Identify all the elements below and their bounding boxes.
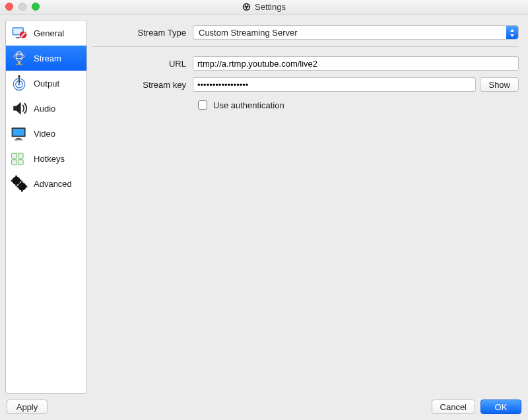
apply-button[interactable]: Apply bbox=[7, 400, 48, 414]
dialog-footer: Apply Cancel OK bbox=[0, 394, 528, 420]
sidebar-item-stream[interactable]: Stream bbox=[6, 46, 86, 71]
svg-point-19 bbox=[18, 75, 20, 78]
svg-rect-21 bbox=[13, 129, 24, 136]
cancel-button[interactable]: Cancel bbox=[432, 400, 475, 414]
sidebar-label: General bbox=[34, 28, 64, 38]
obs-app-icon bbox=[242, 3, 251, 11]
window-traffic-lights bbox=[5, 3, 40, 11]
sidebar-label: Video bbox=[34, 129, 55, 139]
output-icon bbox=[10, 74, 28, 92]
svg-rect-25 bbox=[18, 153, 23, 158]
use-authentication-checkbox[interactable] bbox=[198, 100, 207, 110]
show-stream-key-button[interactable]: Show bbox=[480, 77, 519, 92]
general-icon bbox=[10, 24, 28, 42]
svg-rect-27 bbox=[18, 160, 23, 165]
svg-rect-24 bbox=[12, 153, 17, 158]
sidebar-item-video[interactable]: Video bbox=[6, 121, 86, 146]
sidebar-item-audio[interactable]: Audio bbox=[6, 96, 86, 121]
sidebar-label: Audio bbox=[34, 104, 55, 114]
sidebar-label: Stream bbox=[34, 53, 61, 63]
audio-icon bbox=[10, 99, 28, 118]
svg-rect-22 bbox=[16, 138, 21, 139]
stream-type-value: Custom Streaming Server bbox=[199, 28, 298, 38]
hotkeys-icon bbox=[10, 149, 28, 168]
sidebar-label: Advanced bbox=[34, 179, 72, 189]
svg-point-2 bbox=[246, 5, 247, 6]
sidebar-label: Hotkeys bbox=[34, 154, 65, 164]
ok-button[interactable]: OK bbox=[480, 400, 521, 414]
select-arrows-icon bbox=[509, 28, 515, 38]
stream-settings-pane: Stream Type Custom Streaming Server URL … bbox=[92, 20, 523, 394]
sidebar-label: Output bbox=[34, 79, 59, 88]
svg-point-4 bbox=[244, 7, 246, 9]
url-input[interactable] bbox=[193, 56, 519, 71]
svg-rect-23 bbox=[15, 139, 22, 141]
stream-key-label: Stream key bbox=[92, 80, 189, 90]
svg-rect-26 bbox=[12, 160, 17, 165]
svg-point-17 bbox=[18, 83, 20, 86]
settings-sidebar: General Stream Output Audio Video bbox=[5, 20, 87, 394]
minimize-window-button[interactable] bbox=[18, 3, 26, 11]
stream-type-label: Stream Type bbox=[92, 28, 189, 38]
video-icon bbox=[10, 124, 28, 143]
stream-key-input[interactable] bbox=[193, 77, 476, 92]
sidebar-item-output[interactable]: Output bbox=[6, 71, 86, 96]
stream-icon bbox=[10, 49, 28, 67]
url-label: URL bbox=[92, 59, 189, 69]
svg-rect-14 bbox=[16, 64, 23, 65]
close-window-button[interactable] bbox=[5, 3, 13, 11]
stream-type-select[interactable]: Custom Streaming Server bbox=[193, 25, 519, 40]
sidebar-item-general[interactable]: General bbox=[6, 20, 86, 46]
advanced-icon bbox=[10, 174, 28, 193]
svg-point-3 bbox=[248, 7, 249, 9]
sidebar-item-hotkeys[interactable]: Hotkeys bbox=[6, 146, 86, 171]
use-authentication-label: Use authentication bbox=[213, 100, 284, 110]
zoom-window-button[interactable] bbox=[32, 3, 40, 11]
divider bbox=[92, 46, 519, 47]
titlebar: Settings bbox=[0, 0, 528, 15]
sidebar-item-advanced[interactable]: Advanced bbox=[6, 171, 86, 196]
window-title: Settings bbox=[255, 2, 286, 12]
